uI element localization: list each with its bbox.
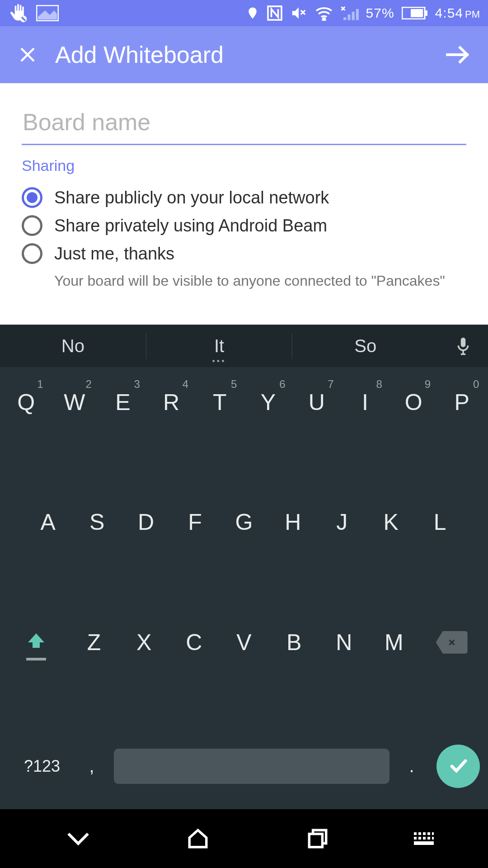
mic-icon[interactable]	[438, 337, 488, 356]
key-z[interactable]: Z	[72, 615, 116, 670]
key-l[interactable]: L	[418, 495, 462, 549]
key-d[interactable]: D	[124, 495, 168, 549]
key-w[interactable]: 2W	[53, 375, 96, 429]
svg-rect-9	[414, 832, 417, 835]
nfc-icon	[267, 5, 283, 21]
radio-label: Share publicly on your local network	[54, 188, 329, 208]
suggestion-2[interactable]: It	[146, 325, 292, 367]
radio-share-beam[interactable]: Share privately using Android Beam	[22, 215, 466, 236]
svg-rect-14	[414, 837, 417, 840]
key-v[interactable]: V	[222, 615, 266, 670]
soft-keyboard: No It So 1Q 2W 3E 4R 5T 6Y 7U 8I 9O 0P A…	[0, 325, 488, 809]
key-e[interactable]: 3E	[101, 375, 145, 429]
radio-just-me[interactable]: Just me, thanks	[22, 243, 466, 264]
navigation-bar	[0, 809, 488, 868]
comma-key[interactable]: ,	[76, 756, 108, 776]
screenshot-icon	[36, 5, 59, 21]
svg-rect-10	[418, 832, 421, 835]
home-button[interactable]	[171, 827, 225, 850]
radio-label: Share privately using Android Beam	[54, 216, 327, 236]
backspace-icon	[436, 631, 468, 654]
svg-rect-17	[427, 837, 430, 840]
svg-rect-15	[418, 837, 421, 840]
radio-icon	[22, 215, 42, 236]
battery-percent: 57%	[366, 5, 394, 21]
page-title: Add Whiteboard	[55, 41, 427, 68]
location-icon	[246, 6, 259, 20]
no-signal-icon	[341, 6, 359, 20]
key-row-2: A S D F G H J K L	[2, 495, 486, 549]
key-row-1: 1Q 2W 3E 4R 5T 6Y 7U 8I 9O 0P	[2, 375, 486, 429]
app-bar: Add Whiteboard	[0, 26, 488, 83]
form-content: Sharing Share publicly on your local net…	[0, 83, 488, 325]
shift-icon	[25, 631, 47, 654]
svg-rect-8	[309, 834, 322, 847]
hand-block-icon	[8, 3, 28, 23]
key-h[interactable]: H	[271, 495, 314, 549]
key-u[interactable]: 7U	[295, 375, 338, 429]
key-s[interactable]: S	[75, 495, 119, 549]
suggestion-3[interactable]: So	[292, 325, 438, 367]
key-t[interactable]: 5T	[198, 375, 241, 429]
radio-icon	[22, 187, 42, 208]
radio-icon	[22, 243, 42, 264]
key-c[interactable]: C	[172, 615, 216, 670]
suggestion-1[interactable]: No	[0, 325, 146, 367]
enter-key[interactable]	[436, 745, 480, 788]
sharing-helper-text: Your board will be visible to anyone con…	[54, 271, 466, 291]
svg-rect-12	[427, 832, 430, 835]
key-p[interactable]: 0P	[440, 375, 483, 429]
svg-rect-5	[425, 10, 427, 16]
key-m[interactable]: M	[372, 615, 416, 670]
close-icon[interactable]	[18, 45, 37, 64]
svg-rect-6	[411, 9, 423, 17]
key-x[interactable]: X	[122, 615, 166, 670]
symbols-key[interactable]: ?123	[8, 757, 76, 776]
key-f[interactable]: F	[174, 495, 217, 549]
svg-point-3	[323, 18, 325, 20]
key-row-4: ?123 , .	[2, 735, 486, 797]
mute-icon	[290, 6, 307, 20]
key-a[interactable]: A	[26, 495, 70, 549]
svg-rect-7	[461, 337, 466, 347]
key-r[interactable]: 4R	[150, 375, 193, 429]
key-y[interactable]: 6Y	[247, 375, 290, 429]
check-icon	[447, 755, 469, 778]
sharing-label: Sharing	[22, 157, 466, 175]
time: 4:54	[435, 5, 463, 20]
key-o[interactable]: 9O	[392, 375, 435, 429]
key-b[interactable]: B	[272, 615, 316, 670]
space-key[interactable]	[114, 749, 389, 784]
svg-rect-11	[423, 832, 426, 835]
battery-icon	[402, 7, 428, 19]
svg-rect-19	[414, 841, 434, 845]
shift-key[interactable]	[7, 615, 66, 670]
key-i[interactable]: 8I	[343, 375, 387, 429]
clock: 4:54PM	[435, 5, 480, 21]
status-bar: 57% 4:54PM	[0, 0, 488, 26]
key-j[interactable]: J	[320, 495, 364, 549]
time-ampm: PM	[465, 9, 480, 20]
svg-rect-16	[423, 837, 426, 840]
next-arrow-icon[interactable]	[446, 45, 470, 64]
back-button[interactable]	[51, 831, 105, 846]
recents-button[interactable]	[291, 827, 345, 850]
period-key[interactable]: .	[396, 756, 427, 776]
key-g[interactable]: G	[222, 495, 266, 549]
radio-label: Just me, thanks	[54, 244, 174, 264]
board-name-input[interactable]	[22, 104, 466, 145]
svg-rect-13	[432, 832, 434, 835]
keyboard-toggle-icon[interactable]	[410, 832, 437, 845]
wifi-icon	[314, 5, 333, 21]
radio-share-public[interactable]: Share publicly on your local network	[22, 187, 466, 208]
suggestion-bar: No It So	[0, 325, 488, 367]
backspace-key[interactable]	[422, 615, 481, 670]
svg-rect-18	[432, 837, 434, 840]
key-n[interactable]: N	[322, 615, 366, 670]
key-row-3: Z X C V B N M	[2, 615, 486, 670]
key-q[interactable]: 1Q	[5, 375, 48, 429]
key-k[interactable]: K	[369, 495, 413, 549]
